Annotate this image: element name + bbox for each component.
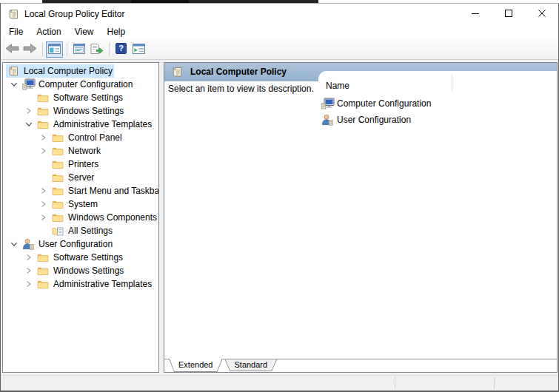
tab-standard[interactable]: Standard	[224, 359, 277, 371]
folder-icon	[52, 145, 65, 157]
collapsed-chevron-icon[interactable]	[37, 198, 50, 210]
folder-icon	[37, 92, 50, 104]
folder-icon	[52, 158, 65, 170]
tree-item-label: Network	[68, 146, 101, 156]
name-column-header[interactable]: Name	[326, 81, 349, 91]
tree-item-windows-components[interactable]: Windows Components	[3, 211, 158, 224]
column-divider[interactable]	[452, 75, 452, 91]
collapsed-chevron-icon[interactable]	[22, 251, 36, 263]
user-icon	[321, 114, 335, 126]
extended-view-button[interactable]	[130, 41, 147, 58]
expanded-chevron-icon[interactable]	[7, 238, 21, 250]
description-text: Select an item to view its description.	[168, 84, 314, 94]
minimize-icon	[472, 9, 479, 19]
properties-button[interactable]	[70, 41, 87, 58]
help-button[interactable]: ?	[113, 41, 130, 58]
tree-item-control-panel[interactable]: Control Panel	[3, 131, 158, 144]
tree-item-administrative-templates[interactable]: Administrative Templates	[3, 118, 158, 131]
chevron-spacer	[37, 172, 50, 183]
tree-item-user-configuration[interactable]: User Configuration	[3, 237, 158, 251]
minimize-button[interactable]	[458, 4, 492, 24]
items-page: Name Computer ConfigurationUser Configur…	[318, 71, 557, 372]
tab-label: Extended	[178, 360, 212, 369]
menu-bar: FileActionViewHelp	[1, 24, 558, 40]
caption-buttons	[458, 4, 558, 24]
list-item-computer-configuration[interactable]: Computer Configuration	[321, 95, 554, 112]
folder-icon	[52, 212, 65, 223]
tree-item-server[interactable]: Server	[3, 171, 158, 184]
tree-item-label: Start Menu and Taskbar	[68, 186, 159, 196]
items-list: Computer ConfigurationUser Configuration	[321, 95, 554, 128]
tree-item-label: Administrative Templates	[53, 279, 152, 289]
tree-item-all-settings[interactable]: All Settings	[3, 224, 158, 237]
maximize-button[interactable]	[492, 4, 525, 24]
tree-item-local-computer-policy[interactable]: Local Computer Policy	[3, 64, 158, 78]
collapsed-chevron-icon[interactable]	[37, 145, 50, 157]
collapsed-chevron-icon[interactable]	[37, 212, 50, 223]
back-button[interactable]	[4, 41, 21, 58]
tree-item-label: User Configuration	[39, 239, 113, 249]
expanded-chevron-icon[interactable]	[7, 78, 21, 90]
tab-extended[interactable]: Extended	[169, 359, 222, 372]
tree-item-printers[interactable]: Printers	[3, 158, 158, 171]
view-tabstrip: ExtendedStandard	[164, 359, 557, 372]
forward-button[interactable]	[21, 41, 39, 58]
tree-item-windows-settings[interactable]: Windows Settings	[3, 264, 158, 277]
menu-item-action[interactable]: Action	[30, 24, 67, 39]
export-list-button[interactable]	[88, 41, 105, 58]
all-settings-icon	[52, 225, 65, 237]
tree-item-start-menu-and-taskbar[interactable]: Start Menu and Taskbar	[3, 184, 158, 197]
tree-item-system[interactable]: System	[3, 197, 158, 211]
tab-label: Standard	[234, 360, 267, 369]
toolbar-separator	[67, 43, 67, 56]
show-console-tree-button[interactable]	[46, 41, 63, 58]
status-bar	[1, 375, 558, 391]
tree-item-label: Administrative Templates	[53, 119, 152, 129]
statusbar-divider	[494, 377, 495, 389]
collapsed-chevron-icon[interactable]	[37, 132, 50, 143]
list-item-user-configuration[interactable]: User Configuration	[321, 112, 554, 128]
console-tree-panel: Local Computer PolicyComputer Configurat…	[2, 62, 159, 373]
folder-icon	[52, 185, 65, 197]
maximize-icon	[505, 9, 512, 19]
expanded-chevron-icon[interactable]	[22, 118, 36, 130]
chevron-spacer	[37, 225, 50, 237]
tree-item-windows-settings[interactable]: Windows Settings	[3, 104, 158, 118]
tree-item-label: Printers	[68, 159, 98, 169]
menu-item-view[interactable]: View	[68, 24, 101, 39]
tree-item-label: Local Computer Policy	[24, 66, 113, 76]
results-panel: Name Computer ConfigurationUser Configur…	[164, 62, 558, 373]
collapsed-chevron-icon[interactable]	[37, 185, 50, 197]
arrow-left-icon	[5, 44, 19, 55]
collapsed-chevron-icon[interactable]	[22, 278, 36, 290]
help-icon: ?	[116, 43, 127, 56]
menu-item-help[interactable]: Help	[101, 24, 133, 39]
tree-item-label: System	[68, 199, 98, 209]
collapsed-chevron-icon[interactable]	[22, 265, 36, 277]
menu-item-file[interactable]: File	[2, 24, 30, 39]
gpedit-scroll-icon	[7, 65, 21, 77]
tree-item-label: Server	[68, 172, 94, 183]
close-icon	[538, 9, 546, 19]
tree-item-label: Windows Settings	[53, 266, 124, 276]
extended-view-icon	[133, 44, 145, 56]
tree-item-label: All Settings	[68, 226, 113, 236]
tree-item-computer-configuration[interactable]: Computer Configuration	[3, 78, 158, 91]
tree-item-label: Windows Components	[68, 212, 157, 223]
folder-icon	[37, 278, 50, 290]
tree-item-administrative-templates[interactable]: Administrative Templates	[3, 277, 158, 291]
arrow-right-icon	[23, 44, 37, 55]
gpedit-scroll-icon	[171, 66, 184, 78]
collapsed-chevron-icon[interactable]	[22, 105, 36, 117]
tree-item-software-settings[interactable]: Software Settings	[3, 91, 158, 104]
tree-item-label: Computer Configuration	[39, 79, 133, 89]
toolbar-separator	[42, 43, 43, 56]
properties-icon	[73, 44, 85, 56]
folder-icon	[52, 132, 65, 143]
tree-item-network[interactable]: Network	[3, 144, 158, 158]
folder-icon	[37, 265, 50, 277]
svg-text:?: ?	[118, 44, 124, 53]
local-group-policy-editor-window: Local Group Policy Editor FileActionView…	[0, 3, 559, 392]
close-button[interactable]	[525, 4, 558, 24]
tree-item-software-settings[interactable]: Software Settings	[3, 251, 158, 264]
